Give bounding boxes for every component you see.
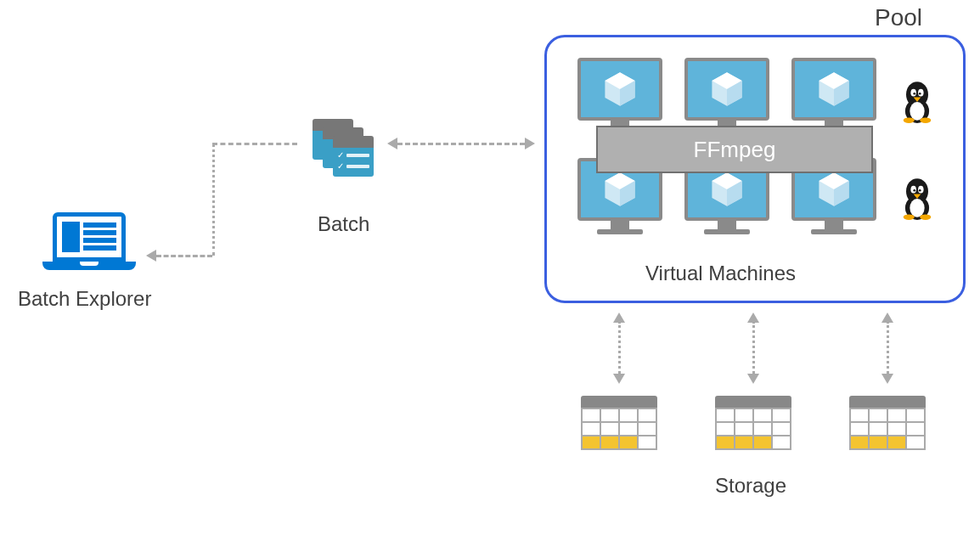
svg-point-31 <box>910 186 916 194</box>
vm-2 <box>684 58 769 134</box>
ffmpeg-label: FFmpeg <box>694 137 776 163</box>
storage-1 <box>581 396 657 450</box>
vm-3 <box>791 58 876 134</box>
connector-batch-to-explorer-v <box>212 144 215 256</box>
cube-icon <box>601 171 639 208</box>
virtual-machines-label: Virtual Machines <box>645 262 796 285</box>
pool-label: Pool <box>875 4 922 31</box>
cube-icon <box>815 70 853 108</box>
arrowhead-up-1-icon <box>613 313 625 323</box>
svg-point-21 <box>910 89 916 97</box>
cube-icon <box>708 171 746 208</box>
arrowhead-up-2-icon <box>747 313 759 323</box>
svg-point-37 <box>920 214 931 219</box>
svg-point-32 <box>918 186 924 194</box>
arrowhead-to-explorer-icon <box>146 250 156 262</box>
svg-point-26 <box>904 117 915 123</box>
connector-pool-storage-2 <box>752 321 755 374</box>
linux-penguin-icon <box>898 80 936 124</box>
svg-point-36 <box>904 214 915 219</box>
cube-icon <box>708 70 746 108</box>
cube-icon <box>815 171 853 208</box>
svg-point-30 <box>910 199 924 217</box>
batch-label: Batch <box>318 212 369 236</box>
batch-explorer-laptop-icon <box>53 212 136 270</box>
storage-3 <box>849 396 926 450</box>
arrowhead-to-pool-icon <box>525 138 535 149</box>
svg-point-24 <box>919 93 921 95</box>
cube-icon <box>601 70 639 108</box>
connector-batch-to-explorer-h1 <box>212 143 297 145</box>
svg-point-33 <box>913 189 915 192</box>
ffmpeg-box: FFmpeg <box>596 126 873 173</box>
batch-service-icon: ✓ ✓ <box>313 119 365 172</box>
storage-2 <box>715 396 791 450</box>
connector-pool-storage-3 <box>887 321 889 374</box>
storage-label: Storage <box>715 474 786 498</box>
batch-explorer-label: Batch Explorer <box>18 287 151 311</box>
svg-point-20 <box>910 102 924 121</box>
connector-batch-to-pool <box>397 143 525 145</box>
svg-point-27 <box>920 117 931 123</box>
arrowhead-to-batch-icon <box>387 138 397 149</box>
arrowhead-down-3-icon <box>881 374 893 384</box>
svg-point-23 <box>913 93 915 95</box>
svg-point-34 <box>919 189 921 192</box>
linux-penguin-icon <box>898 177 936 221</box>
arrowhead-down-2-icon <box>747 374 759 384</box>
vm-1 <box>577 58 662 134</box>
arrowhead-up-3-icon <box>881 313 893 323</box>
arrowhead-down-1-icon <box>613 374 625 384</box>
connector-pool-storage-1 <box>618 321 621 374</box>
connector-batch-to-explorer-h2 <box>156 255 212 257</box>
svg-point-22 <box>918 89 924 97</box>
